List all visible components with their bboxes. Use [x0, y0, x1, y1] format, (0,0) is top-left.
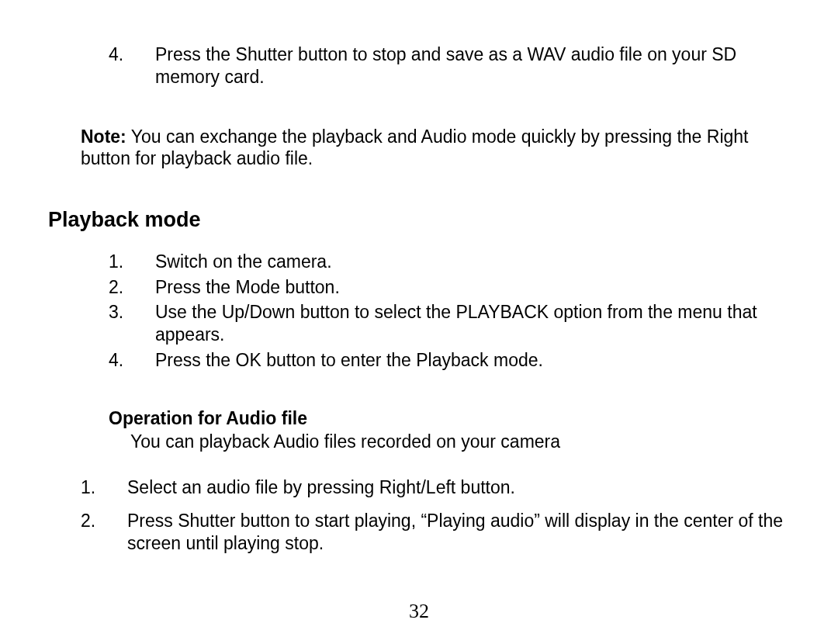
playback-mode-list: 1. Switch on the camera. 2. Press the Mo…	[48, 251, 798, 372]
audio-intro-text: You can playback Audio files recorded on…	[48, 431, 798, 453]
note-label: Note:	[81, 126, 126, 147]
list-number: 4.	[109, 43, 155, 66]
list-text: Use the Up/Down button to select the PLA…	[155, 301, 798, 346]
list-number: 2.	[81, 510, 127, 532]
audio-file-list: 1. Select an audio file by pressing Righ…	[48, 476, 798, 554]
list-number: 4.	[109, 349, 155, 372]
list-number: 1.	[109, 251, 155, 273]
note-text: You can exchange the playback and Audio …	[81, 126, 749, 169]
list-item: 3. Use the Up/Down button to select the …	[109, 301, 798, 346]
list-item: 4. Press the Shutter button to stop and …	[109, 43, 798, 88]
list-item: 2. Press Shutter button to start playing…	[81, 510, 798, 555]
list-text: Press the OK button to enter the Playbac…	[155, 349, 798, 372]
list-number: 1.	[81, 476, 127, 499]
page-number: 32	[0, 599, 838, 625]
list-item: 1. Select an audio file by pressing Righ…	[81, 476, 798, 499]
list-item: 1. Switch on the camera.	[109, 251, 798, 273]
manual-page: 4. Press the Shutter button to stop and …	[0, 0, 838, 644]
list-text: Press the Mode button.	[155, 276, 798, 299]
heading-operation-audio: Operation for Audio file	[48, 407, 798, 430]
list-item: 2. Press the Mode button.	[109, 276, 798, 299]
list-item: 4. Press the OK button to enter the Play…	[109, 349, 798, 372]
list-number: 2.	[109, 276, 155, 299]
top-continuation-list: 4. Press the Shutter button to stop and …	[48, 43, 798, 88]
list-number: 3.	[109, 301, 155, 324]
list-text: Select an audio file by pressing Right/L…	[127, 476, 798, 499]
heading-playback-mode: Playback mode	[48, 207, 798, 234]
list-text: Switch on the camera.	[155, 251, 798, 273]
list-text: Press Shutter button to start playing, “…	[127, 510, 798, 555]
note-paragraph: Note: You can exchange the playback and …	[48, 126, 798, 171]
list-text: Press the Shutter button to stop and sav…	[155, 43, 798, 88]
